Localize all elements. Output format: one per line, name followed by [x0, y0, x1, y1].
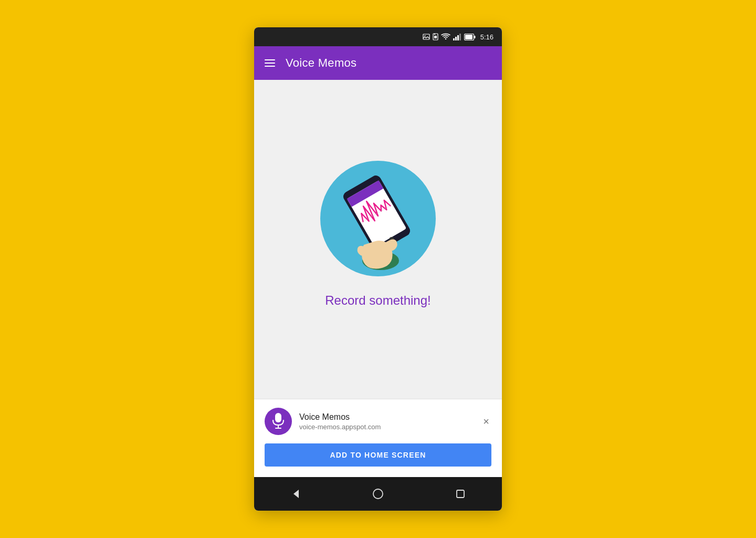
image-status-icon [423, 34, 430, 40]
svg-rect-0 [423, 34, 429, 39]
app-bar-title: Voice Memos [286, 56, 356, 70]
status-bar: 5:16 [254, 27, 502, 46]
svg-rect-5 [453, 38, 455, 40]
banner-info: Voice Memos voice-memos.appspot.com [299, 412, 474, 431]
battery-icon [464, 34, 476, 40]
hamburger-menu-button[interactable] [265, 59, 275, 67]
svg-rect-8 [459, 34, 461, 40]
home-nav-button[interactable] [365, 481, 391, 506]
main-content: Record something! [254, 80, 502, 399]
svg-rect-10 [465, 35, 472, 39]
svg-rect-4 [434, 34, 435, 35]
svg-point-22 [373, 489, 383, 499]
svg-marker-21 [293, 490, 299, 498]
add-to-home-screen-button[interactable]: ADD TO HOME SCREEN [265, 443, 491, 467]
back-nav-button[interactable] [283, 481, 308, 506]
banner-app-name: Voice Memos [299, 412, 474, 422]
svg-rect-3 [434, 36, 437, 38]
status-time: 5:16 [480, 33, 494, 41]
illustration-circle [320, 161, 436, 276]
home-icon [372, 488, 384, 500]
banner-url: voice-memos.appspot.com [299, 423, 474, 431]
wifi-icon [441, 33, 450, 40]
status-icons: 5:16 [423, 33, 494, 41]
nav-bar [254, 477, 502, 511]
back-icon [290, 489, 301, 499]
sim-status-icon [433, 33, 438, 40]
recent-icon [456, 489, 465, 499]
svg-rect-18 [275, 413, 281, 422]
signal-icon [453, 34, 461, 40]
svg-point-1 [424, 35, 425, 36]
banner-app-icon [265, 408, 292, 435]
svg-rect-11 [474, 36, 476, 38]
bottom-banner: Voice Memos voice-memos.appspot.com × AD… [254, 399, 502, 477]
microphone-icon [271, 412, 286, 430]
banner-header: Voice Memos voice-memos.appspot.com × [265, 408, 491, 435]
voice-memo-illustration [328, 163, 428, 274]
recent-apps-nav-button[interactable] [448, 481, 473, 506]
banner-close-button[interactable]: × [481, 414, 491, 429]
svg-rect-6 [455, 37, 457, 40]
svg-rect-23 [457, 490, 464, 498]
app-bar: Voice Memos [254, 46, 502, 80]
record-label: Record something! [325, 293, 430, 308]
phone-frame: 5:16 Voice Memos [254, 27, 502, 511]
svg-rect-7 [457, 35, 459, 40]
